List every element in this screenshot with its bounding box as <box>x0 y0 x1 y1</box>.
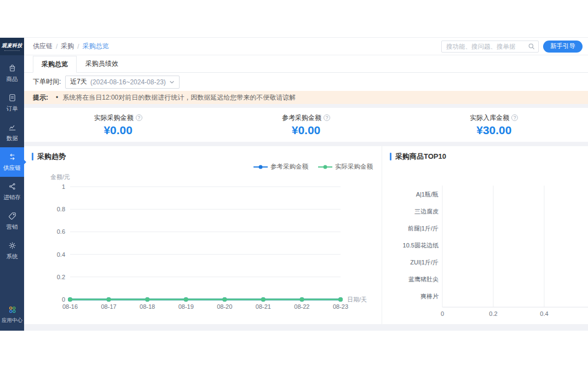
svg-text:0.4: 0.4 <box>57 251 65 258</box>
sidebar-item-label: 订单 <box>7 105 18 113</box>
svg-text:ZUI|1斤/斤: ZUI|1斤/斤 <box>410 259 439 266</box>
date-range-detail: (2024-08-16~2024-08-23) <box>90 78 166 86</box>
inventory-nodes-icon <box>8 182 17 192</box>
brand-logo-subline <box>4 50 20 51</box>
supply-chain-icon <box>8 152 17 163</box>
sidebar: 观麦科技 商品订单数据供应链进销存营销系统 应用中心 <box>0 38 24 331</box>
notice-bullet: • <box>56 94 58 101</box>
metric-实际采购金额: 实际采购金额?¥0.00 <box>24 108 212 142</box>
sidebar-item-营销[interactable]: 营销 <box>0 206 24 236</box>
page: 观麦科技 商品订单数据供应链进销存营销系统 应用中心 供应链/采购/采购总览 新… <box>0 0 588 369</box>
svg-text:0.2: 0.2 <box>489 310 497 317</box>
tab-采购员绩效[interactable]: 采购员绩效 <box>77 55 127 72</box>
filter-row: 下单时间: 近7天 (2024-08-16~2024-08-23) <box>24 73 588 91</box>
order-icon <box>8 93 17 103</box>
sidebar-menu: 商品订单数据供应链进销存营销系统 <box>0 59 24 266</box>
svg-text:爽棒片: 爽棒片 <box>420 293 439 299</box>
metric-value: ¥0.00 <box>103 124 132 137</box>
sidebar-item-系统[interactable]: 系统 <box>0 236 24 266</box>
svg-text:0.4: 0.4 <box>540 310 548 317</box>
help-question-icon[interactable]: ? <box>136 114 142 121</box>
svg-text:金额/元: 金额/元 <box>50 174 70 180</box>
help-question-icon[interactable]: ? <box>324 114 330 121</box>
app-grid-icon <box>8 305 17 315</box>
metric-实际入库金额: 实际入库金额?¥30.00 <box>400 108 588 142</box>
metric-value: ¥30.00 <box>476 124 511 137</box>
newbie-guide-button[interactable]: 新手引导 <box>543 41 583 53</box>
brand-logo[interactable]: 观麦科技 <box>0 38 24 55</box>
metric-label: 参考采购金额 <box>282 113 321 123</box>
sidebar-item-label: 应用中心 <box>2 317 22 324</box>
sidebar-item-label: 营销 <box>7 223 18 231</box>
search-icon[interactable] <box>528 43 535 50</box>
main-content: 采购总览采购员绩效 下单时间: 近7天 (2024-08-16~2024-08-… <box>24 55 588 331</box>
sidebar-item-数据[interactable]: 数据 <box>0 118 24 147</box>
svg-text:0: 0 <box>441 310 444 317</box>
svg-text:蓝鹰猪肚尖: 蓝鹰猪肚尖 <box>408 276 439 282</box>
metric-value: ¥0.00 <box>292 124 321 137</box>
notice-label: 提示: <box>33 93 48 102</box>
date-range-main: 近7天 <box>70 77 87 87</box>
sidebar-item-label: 进销存 <box>3 194 21 201</box>
sidebar-item-供应链[interactable]: 供应链 <box>0 147 24 177</box>
breadcrumb: 供应链/采购/采购总览 <box>33 42 109 51</box>
sidebar-item-label: 供应链 <box>3 164 21 172</box>
svg-text:08-21: 08-21 <box>256 303 271 310</box>
purchase-trend-panel: 采购趋势 参考采购金额实际采购金额 00.20.40.60.81金额/元08-1… <box>24 146 382 324</box>
header-bar: 供应链/采购/采购总览 新手引导 <box>24 38 588 55</box>
svg-text:A|1瓶/瓶: A|1瓶/瓶 <box>416 191 439 198</box>
svg-text:0: 0 <box>62 296 65 303</box>
svg-text:08-23: 08-23 <box>333 303 348 310</box>
metric-参考采购金额: 参考采购金额?¥0.00 <box>212 108 400 142</box>
charts-card: 采购趋势 参考采购金额实际采购金额 00.20.40.60.81金额/元08-1… <box>24 146 588 324</box>
brand-logo-text: 观麦科技 <box>2 42 22 49</box>
svg-text:08-20: 08-20 <box>217 303 232 310</box>
trend-line-chart: 00.20.40.60.81金额/元08-1608-1708-1808-1908… <box>24 146 382 324</box>
breadcrumb-separator: / <box>56 43 57 50</box>
svg-text:1: 1 <box>62 183 65 190</box>
svg-text:0.2: 0.2 <box>57 274 65 280</box>
notice-text: 系统将在当日12:00对前日的数据进行统计，因数据延迟给您带来的不便敬请谅解 <box>62 93 296 102</box>
svg-text:10.5圆花边纸: 10.5圆花边纸 <box>403 242 439 249</box>
sidebar-item-label: 商品 <box>7 76 18 83</box>
tab-采购总览[interactable]: 采购总览 <box>33 56 77 73</box>
search-box[interactable] <box>441 41 539 53</box>
sidebar-item-label: 系统 <box>7 253 18 261</box>
bag-icon <box>8 64 17 74</box>
order-time-label: 下单时间: <box>33 77 61 87</box>
gear-icon <box>8 241 17 251</box>
metrics-card: 实际采购金额?¥0.00参考采购金额?¥0.00实际入库金额?¥30.00 <box>24 108 588 142</box>
tab-bar: 采购总览采购员绩效 <box>24 55 588 73</box>
svg-text:08-19: 08-19 <box>178 303 194 310</box>
svg-text:08-22: 08-22 <box>294 303 309 310</box>
svg-text:08-18: 08-18 <box>140 303 155 310</box>
svg-text:08-17: 08-17 <box>101 303 117 310</box>
chevron-down-icon <box>169 79 175 85</box>
breadcrumb-item-采购[interactable]: 采购 <box>61 42 74 51</box>
data-chart-icon <box>8 123 17 133</box>
breadcrumb-separator: / <box>77 43 79 50</box>
date-range-select[interactable]: 近7天 (2024-08-16~2024-08-23) <box>65 76 179 89</box>
sidebar-item-进销存[interactable]: 进销存 <box>0 177 24 206</box>
breadcrumb-item-供应链[interactable]: 供应链 <box>33 42 53 51</box>
metric-label: 实际采购金额 <box>94 113 134 123</box>
svg-text:0.8: 0.8 <box>57 206 65 212</box>
metric-label: 实际入库金额 <box>470 113 509 123</box>
sidebar-item-app-center[interactable]: 应用中心 <box>0 301 24 327</box>
top10-bar-chart: 00.20.4A|1瓶/瓶三边腐皮前腿|1斤/斤10.5圆花边纸ZUI|1斤/斤… <box>382 146 588 324</box>
svg-text:三边腐皮: 三边腐皮 <box>414 208 439 215</box>
sidebar-item-订单[interactable]: 订单 <box>0 88 24 118</box>
marketing-tag-icon <box>8 211 17 222</box>
svg-text:08-16: 08-16 <box>62 303 78 310</box>
svg-text:0.6: 0.6 <box>57 228 65 235</box>
breadcrumb-item-采购总览: 采购总览 <box>83 42 109 51</box>
notice-bar: 提示: • 系统将在当日12:00对前日的数据进行统计，因数据延迟给您带来的不便… <box>24 91 588 104</box>
app-window: 观麦科技 商品订单数据供应链进销存营销系统 应用中心 供应链/采购/采购总览 新… <box>0 37 588 330</box>
svg-text:前腿|1斤/斤: 前腿|1斤/斤 <box>407 225 439 232</box>
help-question-icon[interactable]: ? <box>511 114 518 121</box>
sidebar-item-商品[interactable]: 商品 <box>0 59 24 88</box>
svg-text:日期/天: 日期/天 <box>347 296 367 303</box>
top10-panel: 采购商品TOP10 00.20.4A|1瓶/瓶三边腐皮前腿|1斤/斤10.5圆花… <box>382 146 588 324</box>
search-input[interactable] <box>446 43 528 50</box>
sidebar-item-label: 数据 <box>7 135 18 142</box>
